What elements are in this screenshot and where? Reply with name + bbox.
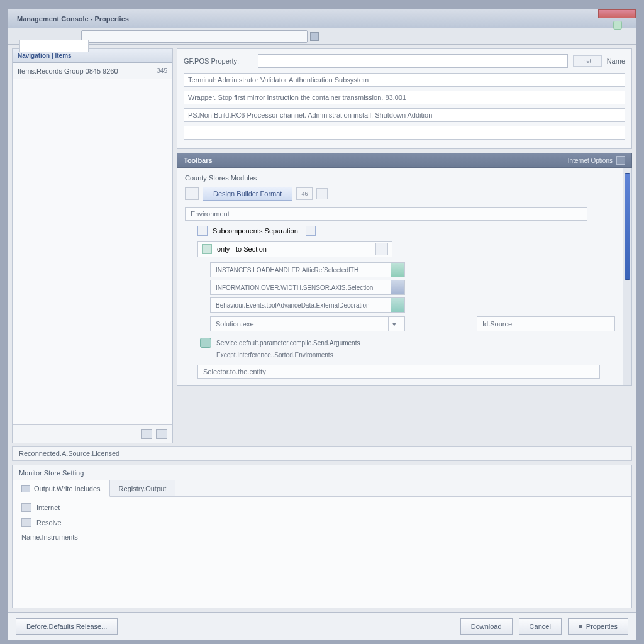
solution-field[interactable]: Solution.exe ▾	[210, 316, 405, 331]
sidebar-item-label: Items.Records Group 0845 9260	[18, 67, 118, 75]
options-subhead: County Stores Modules	[185, 174, 615, 182]
page-icon	[21, 503, 31, 512]
section-collapse-icon[interactable]	[616, 156, 625, 165]
detail-line-3[interactable]: PS.Non Build.RC6 Processor channel. Admi…	[184, 108, 625, 122]
property-input[interactable]	[258, 54, 568, 68]
lower-item-name-instruments[interactable]: Name.Instruments	[21, 533, 623, 541]
status-chip-icon	[391, 263, 404, 277]
lower-body: Internet Resolve Name.Instruments	[13, 497, 631, 608]
cancel-button[interactable]: Cancel	[519, 618, 562, 635]
property-tag: net	[573, 55, 602, 67]
section-select-row[interactable]: only - to Section	[197, 241, 392, 257]
info-row-2: Except.Interference..Sorted.Environments	[216, 352, 615, 358]
address-go-icon[interactable]	[310, 32, 319, 41]
nested-item-1[interactable]: INSTANCES LOADHANDLER.AtticRefSelectedIT…	[210, 262, 405, 277]
section-right-label: Internet Options	[568, 157, 613, 164]
detail-line-1[interactable]: Terminal: Administrator Validator Authen…	[184, 73, 625, 87]
lower-tabs: Output.Write Includes Registry.Output	[13, 480, 631, 497]
defaults-button[interactable]: Before.Defaults Release...	[16, 618, 118, 635]
options-panel: County Stores Modules Design Builder For…	[177, 168, 632, 386]
tab-count: 46	[296, 187, 313, 200]
content-area: GF.POS Property: net Name Terminal: Admi…	[177, 48, 632, 443]
lower-item-internet[interactable]: Internet	[21, 503, 623, 512]
lower-item-resolve[interactable]: Resolve	[21, 518, 623, 527]
section-header[interactable]: Toolbars Internet Options	[177, 153, 632, 168]
status-chip-icon	[391, 280, 404, 294]
detail-line-2[interactable]: Wrapper. Stop first mirror instruction t…	[184, 91, 625, 104]
properties-button[interactable]: Properties	[568, 618, 628, 635]
environment-field[interactable]: Environment	[185, 207, 587, 221]
options-section: Toolbars Internet Options County Stores …	[177, 153, 632, 386]
subcomponents-checkbox-row[interactable]: Subcomponents Separation	[197, 226, 615, 236]
tabstrip-lead-icon[interactable]	[185, 187, 199, 200]
nested-item-2[interactable]: INFORMATION.OVER.WIDTH.SENSOR.AXIS.Selec…	[210, 280, 405, 295]
id-source-field[interactable]: Id.Source	[477, 316, 615, 331]
pair-row: Solution.exe ▾ Id.Source	[210, 316, 615, 331]
tab-output-write[interactable]: Output.Write Includes	[13, 480, 110, 497]
view-list-icon[interactable]	[141, 429, 152, 439]
status-indicator-icon	[613, 21, 622, 30]
footer: Before.Defaults Release... Download Canc…	[8, 612, 636, 640]
chevron-down-icon[interactable]: ▾	[388, 317, 399, 331]
status-chip-icon	[391, 298, 404, 312]
main-area: Navigation | Items Items.Records Group 0…	[8, 45, 636, 443]
property-label: GF.POS Property:	[184, 57, 253, 65]
sidebar-item-records[interactable]: Items.Records Group 0845 9260 345	[13, 63, 172, 79]
title-bar: Management Console - Properties	[8, 9, 636, 28]
tab-registry-output[interactable]: Registry.Output	[110, 480, 176, 496]
toolbar	[8, 28, 636, 45]
page-icon	[21, 518, 31, 527]
status-strip: Reconnected.A.Source.Licensed	[12, 446, 632, 461]
section-title: Toolbars	[184, 157, 213, 164]
sidebar-item-count: 345	[157, 67, 167, 74]
section-chip-icon	[202, 244, 212, 254]
sidebar-body	[13, 79, 172, 424]
tab-design-builder[interactable]: Design Builder Format	[203, 187, 292, 201]
lower-title: Monitor Store Setting	[13, 465, 631, 480]
selector-field[interactable]: Selector.to.the.entity	[197, 365, 600, 379]
info-row-1: Service default.parameter.compile.Send.A…	[200, 338, 615, 348]
tab-add-icon[interactable]	[316, 188, 328, 199]
sidebar-footer	[13, 424, 172, 443]
scrollbar-thumb[interactable]	[625, 173, 630, 280]
checkbox-label: Subcomponents Separation	[213, 227, 298, 235]
address-field[interactable]	[81, 30, 308, 43]
quick-access-field[interactable]	[19, 40, 89, 52]
app-window: Management Console - Properties Navigati…	[8, 9, 636, 640]
download-button[interactable]: Download	[460, 618, 513, 635]
options-tabstrip: Design Builder Format 46	[185, 187, 615, 201]
nested-items: INSTANCES LOADHANDLER.AtticRefSelectedIT…	[210, 262, 615, 331]
property-after-label: Name	[607, 57, 625, 65]
lower-panel: Monitor Store Setting Output.Write Inclu…	[12, 465, 632, 608]
section-expand-icon[interactable]	[375, 243, 388, 255]
close-button[interactable]	[598, 9, 636, 18]
detail-line-4[interactable]	[184, 126, 625, 140]
top-panel: GF.POS Property: net Name Terminal: Admi…	[177, 48, 632, 149]
checkbox-icon[interactable]	[197, 226, 208, 236]
view-grid-icon[interactable]	[156, 429, 167, 439]
scrollbar[interactable]	[623, 168, 631, 385]
sidebar: Navigation | Items Items.Records Group 0…	[12, 48, 173, 443]
property-field-row: GF.POS Property: net Name	[184, 54, 625, 68]
bullet-icon	[579, 625, 582, 628]
info-badge-icon	[200, 338, 211, 348]
document-icon	[21, 485, 30, 492]
nested-item-3[interactable]: Behaviour.Events.toolAdvanceData.Externa…	[210, 297, 405, 313]
section-select-label: only - to Section	[217, 245, 267, 253]
window-title: Management Console - Properties	[17, 15, 129, 23]
checkbox-toggle-icon[interactable]	[306, 226, 316, 236]
